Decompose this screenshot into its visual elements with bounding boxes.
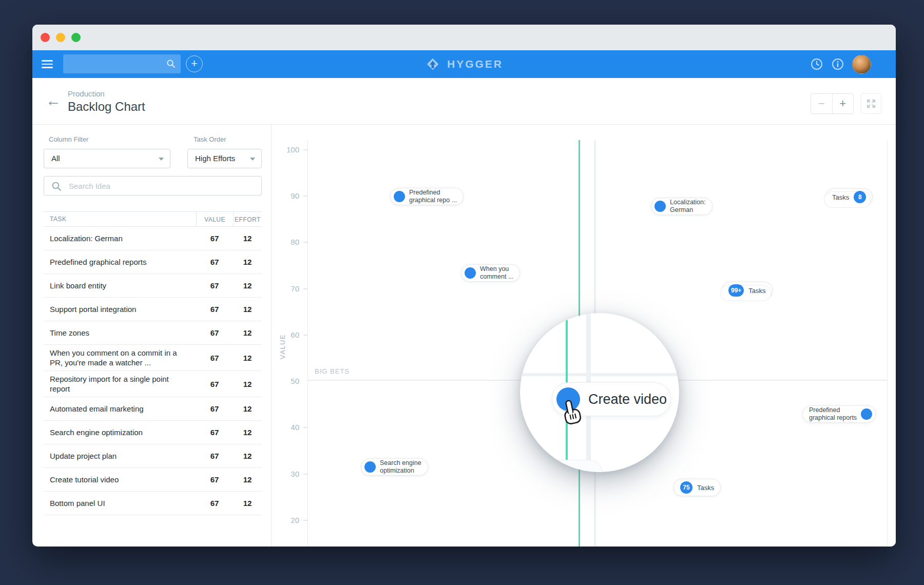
bubble-dot <box>394 191 405 202</box>
global-search-input[interactable] <box>68 54 163 73</box>
y-tick-label: 100 <box>276 145 299 154</box>
cluster-count-badge: 99+ <box>728 284 744 297</box>
table-row[interactable]: When you comment on a commit in a PR, yo… <box>44 345 262 371</box>
task-cell: Create tutorial video <box>44 472 196 488</box>
column-filter-label: Column Filter <box>49 135 88 143</box>
chart-bubble-when-you-comment[interactable]: When youcomment ... <box>461 264 520 282</box>
table-row[interactable]: Repository import for a single point rep… <box>44 371 262 397</box>
close-window-button[interactable] <box>41 33 50 42</box>
back-arrow-icon[interactable]: ← <box>45 92 62 110</box>
window-titlebar <box>32 25 896 50</box>
column-header-value: VALUE <box>196 212 233 226</box>
y-tick-mark <box>303 242 307 243</box>
cluster-label: Tasks <box>832 193 849 201</box>
column-filter-value: All <box>51 154 60 163</box>
y-tick-mark <box>303 149 307 150</box>
task-order-select[interactable]: High Efforts <box>187 149 262 168</box>
table-row[interactable]: Bottom panel UI 67 12 <box>44 492 262 515</box>
effort-cell: 12 <box>233 354 262 362</box>
table-row[interactable]: Link board entity 67 12 <box>44 274 262 298</box>
backlog-chart-canvas: 100 90 80 70 60 50 40 30 20 VALUE BIG BE… <box>272 125 896 547</box>
effort-cell: 12 <box>233 328 262 337</box>
app-topbar: + HYGGER <box>32 50 896 78</box>
table-row[interactable]: Localization: German 67 12 <box>44 227 262 250</box>
effort-cell: 12 <box>233 305 262 314</box>
clock-icon[interactable] <box>810 57 823 71</box>
task-cell: Bottom panel UI <box>44 495 196 511</box>
effort-cell: 12 <box>233 499 262 508</box>
fullscreen-icon <box>866 99 876 109</box>
value-cell: 67 <box>196 354 233 362</box>
idea-search-input[interactable] <box>69 177 254 195</box>
minimize-window-button[interactable] <box>56 33 65 42</box>
cluster-label: Tasks <box>697 484 714 492</box>
chart-cluster-tasks-8[interactable]: Tasks 8 <box>825 188 873 206</box>
hand-cursor-icon <box>559 398 585 430</box>
app-logo-text: HYGGER <box>447 58 503 70</box>
task-cell: Automated email marketing <box>44 401 196 417</box>
value-cell: 67 <box>196 475 233 484</box>
column-header-task: TASK <box>44 216 196 223</box>
page-title: Backlog Chart <box>68 100 145 114</box>
bubble-dot <box>654 201 666 212</box>
task-cell: Support portal integration <box>44 301 196 317</box>
cluster-count-badge: 8 <box>854 191 866 203</box>
task-order-value: High Efforts <box>195 154 235 163</box>
search-icon <box>51 181 62 191</box>
effort-cell: 12 <box>233 380 262 388</box>
y-tick-mark <box>303 520 307 521</box>
task-cell: When you comment on a commit in a PR, yo… <box>44 345 196 371</box>
task-cell: Predefined graphical reports <box>44 254 196 270</box>
table-row[interactable]: Update project plan 67 12 <box>44 444 262 468</box>
column-header-effort: EFFORT <box>233 212 262 226</box>
table-row[interactable]: Search engine optimization 67 12 <box>44 421 262 444</box>
chart-cluster-tasks-75[interactable]: 75 Tasks <box>673 479 721 496</box>
menu-icon[interactable] <box>42 60 53 68</box>
bubble-dot <box>364 461 376 473</box>
table-row[interactable]: Create tutorial video 67 12 <box>44 468 262 492</box>
global-search-box <box>63 54 181 73</box>
y-tick-mark <box>303 196 307 197</box>
task-cell: Link board entity <box>44 278 196 294</box>
table-row[interactable]: Support portal integration 67 12 <box>44 298 262 321</box>
chart-bubble-predefined-repo[interactable]: Predefinedgraphical repo ... <box>390 188 464 205</box>
page-header: ← Production Backlog Chart − + <box>32 78 896 125</box>
chart-bubble-localization-german[interactable]: Localization:German <box>651 198 713 215</box>
bubble-label: Create video <box>588 392 667 407</box>
fullscreen-button[interactable] <box>861 93 881 114</box>
table-row[interactable]: Time zones 67 12 <box>44 321 262 345</box>
chevron-down-icon <box>250 158 255 161</box>
effort-cell: 12 <box>233 452 262 460</box>
magnified-neighbor-bubble <box>541 460 602 472</box>
maximize-window-button[interactable] <box>71 33 81 42</box>
add-icon[interactable]: + <box>186 55 203 72</box>
y-tick-mark <box>303 288 307 289</box>
value-cell: 67 <box>196 380 233 388</box>
y-axis-line <box>307 140 308 547</box>
chart-bubble-predefined-reports[interactable]: Predefinedgraphical reports <box>802 405 876 423</box>
column-filter-select[interactable]: All <box>44 149 170 168</box>
zoom-out-button[interactable]: − <box>811 94 833 113</box>
y-tick-mark <box>303 427 307 428</box>
chart-bubble-seo[interactable]: Search engineoptimization <box>361 458 428 476</box>
magnifier-lens: Create video <box>520 313 679 472</box>
value-cell: 67 <box>196 305 233 314</box>
value-cell: 67 <box>196 328 233 337</box>
chart-cluster-tasks-99[interactable]: 99+ Tasks <box>722 282 773 299</box>
table-row[interactable]: Predefined graphical reports 67 12 <box>44 250 262 274</box>
value-cell: 67 <box>196 428 233 437</box>
user-avatar[interactable] <box>852 55 871 74</box>
info-icon[interactable] <box>831 57 844 71</box>
table-row[interactable]: Automated email marketing 67 12 <box>44 397 262 421</box>
app-window: + HYGGER ← Production Backlog Chart <box>32 25 896 547</box>
effort-cell: 12 <box>233 404 262 413</box>
magnified-gridline <box>520 373 679 376</box>
chart-zoom-controls: − + <box>811 93 854 114</box>
zoom-in-button[interactable]: + <box>833 94 854 113</box>
effort-cell: 12 <box>233 475 262 484</box>
task-cell: Time zones <box>44 325 196 341</box>
breadcrumb: Production <box>68 89 105 98</box>
effort-cell: 12 <box>233 258 262 266</box>
table-row-partial <box>44 515 262 522</box>
task-order-label: Task Order <box>194 135 226 143</box>
